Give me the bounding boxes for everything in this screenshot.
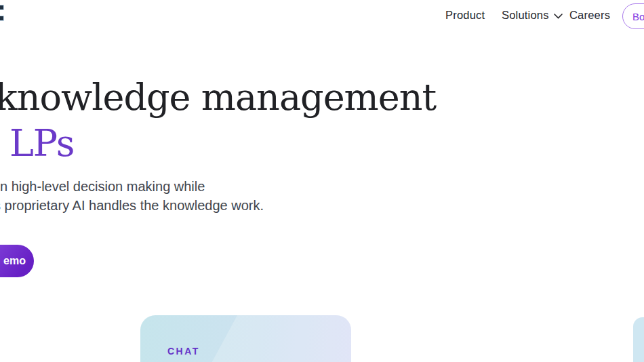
- nav-item-solutions-label: Solutions: [502, 7, 549, 22]
- book-demo-nav-button[interactable]: Bo: [622, 3, 644, 29]
- hero-subtext-line1: n high-level decision making while: [0, 177, 205, 196]
- nav-item-careers[interactable]: Careers: [569, 7, 610, 22]
- chat-feature-card: CHAT: [140, 315, 351, 362]
- page-title-line1: knowledge management: [0, 77, 436, 119]
- logo-mark-fragment: [0, 16, 3, 20]
- page: Product Solutions Careers Bo knowledge m…: [0, 0, 644, 362]
- logo-mark-fragment: [0, 5, 3, 9]
- hero-subtext-line2: s proprietary AI handles the knowledge w…: [0, 196, 264, 215]
- partial-card-right: [633, 317, 644, 362]
- nav-item-solutions[interactable]: Solutions: [502, 7, 563, 22]
- chevron-down-icon: [554, 7, 563, 22]
- chat-card-tag: CHAT: [167, 346, 200, 357]
- nav-item-product[interactable]: Product: [445, 7, 485, 22]
- page-title-line2-accent: LPs: [9, 123, 74, 165]
- book-demo-button[interactable]: emo: [0, 245, 34, 277]
